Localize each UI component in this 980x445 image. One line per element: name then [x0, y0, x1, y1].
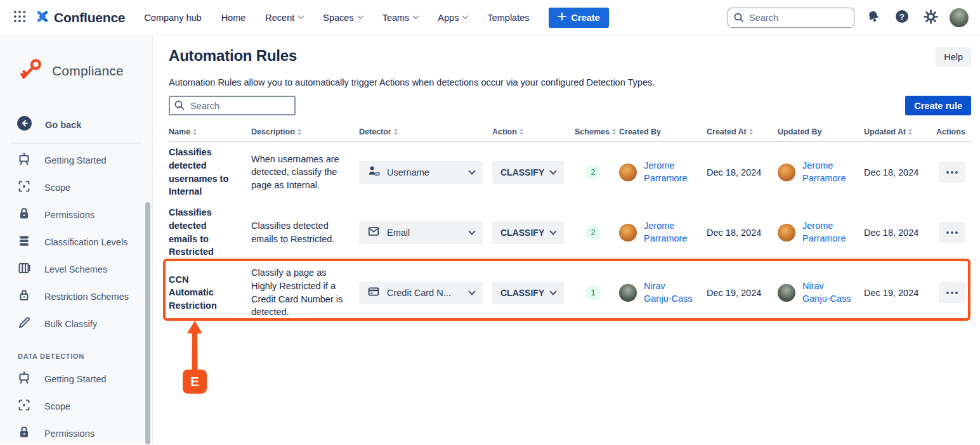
avatar: [778, 284, 795, 302]
sidebar-item-scope[interactable]: Scope: [0, 174, 152, 201]
sidebar-item-classification-levels[interactable]: Classification Levels: [0, 228, 152, 255]
confluence-logo[interactable]: Confluence: [36, 10, 125, 25]
global-search-input[interactable]: [728, 8, 854, 28]
column-header-detector[interactable]: Detector: [359, 127, 492, 136]
sidebar-item-level-schemes[interactable]: Level Schemes: [0, 255, 152, 283]
column-header-description[interactable]: Description: [251, 127, 359, 136]
sidebar-item-bulk-classify[interactable]: Bulk Classify: [0, 310, 152, 337]
svg-text:?: ?: [899, 12, 905, 22]
lock-icon: [16, 206, 32, 224]
nav-item-spaces[interactable]: Spaces: [323, 13, 362, 23]
user-link[interactable]: Jerome Parramore: [802, 160, 852, 184]
action-dropdown[interactable]: CLASSIFY: [492, 281, 564, 304]
column-header-action[interactable]: Action: [492, 127, 575, 136]
user-link[interactable]: Jerome Parramore: [802, 220, 852, 245]
global-search: [728, 8, 854, 28]
user-link[interactable]: Nirav Ganju-Cass: [644, 280, 693, 305]
action-dropdown[interactable]: CLASSIFY: [492, 161, 564, 184]
sidebar-divider: [10, 143, 142, 144]
compliance-app-logo: Compliance: [18, 56, 152, 86]
user-link[interactable]: Jerome Parramore: [644, 220, 693, 245]
rules-search-input[interactable]: [169, 96, 296, 115]
row-actions-button[interactable]: [939, 162, 965, 183]
back-arrow-icon: [16, 115, 32, 134]
nav-item-templates[interactable]: Templates: [487, 13, 529, 23]
chevron-down-icon: [298, 13, 304, 19]
help-button[interactable]: ?: [892, 8, 911, 27]
notifications-button[interactable]: [864, 8, 883, 27]
compliance-sidebar: Compliance Go back Getting Started: [0, 35, 153, 444]
easel-icon: [16, 152, 32, 169]
row-actions-button[interactable]: [939, 222, 965, 243]
nav-item-home[interactable]: Home: [221, 13, 246, 23]
main-content: Automation Rules Help Automation Rules a…: [153, 35, 980, 444]
create-button[interactable]: Create: [549, 8, 609, 28]
section-heading-data-detection: DATA DETECTION: [18, 352, 152, 360]
created-at: Dec 19, 2024: [707, 288, 778, 298]
avatar: [778, 164, 795, 181]
page-description: Automation Rules allow you to automatica…: [169, 77, 971, 87]
created-at: Dec 18, 2024: [707, 228, 778, 238]
column-header-updated-at[interactable]: Updated At: [864, 127, 936, 136]
column-header-updated-by: Updated By: [778, 127, 864, 136]
credit-card-icon: [367, 285, 380, 300]
plus-icon: [558, 12, 566, 23]
nav-item-apps[interactable]: Apps: [438, 13, 467, 23]
key-icon: [18, 56, 44, 86]
sidebar-scrollbar[interactable]: [145, 202, 150, 444]
rule-name: Classifies detected usernames to Interna…: [169, 146, 251, 198]
scope-icon: [16, 397, 32, 415]
chevron-down-icon: [549, 288, 556, 295]
sort-icon: [297, 129, 301, 135]
sidebar-item-dd-getting-started[interactable]: Getting Started: [0, 365, 152, 392]
navbar-menu: Company hub Home Recent Spaces Teams App…: [144, 13, 529, 23]
page-title: Automation Rules: [169, 47, 297, 65]
chevron-down-icon: [468, 167, 475, 174]
chevron-down-icon: [357, 13, 363, 19]
schemes-count-badge: 2: [585, 225, 601, 240]
column-header-actions: Actions: [936, 127, 971, 136]
chevron-down-icon: [468, 288, 475, 295]
sidebar-item-dd-permissions[interactable]: Permissions: [0, 420, 152, 445]
nav-item-company-hub[interactable]: Company hub: [144, 13, 201, 23]
rule-name: Classifies detected emails to Restricted: [169, 206, 251, 258]
detector-dropdown[interactable]: @ Username: [359, 161, 483, 184]
avatar: [619, 284, 637, 302]
help-page-button[interactable]: Help: [936, 47, 971, 67]
easel-icon: [16, 370, 32, 388]
sidebar-item-dd-scope[interactable]: Scope: [0, 392, 152, 420]
row-actions-button[interactable]: [939, 282, 965, 303]
detector-dropdown[interactable]: Email: [359, 221, 483, 244]
create-rule-button[interactable]: Create rule: [905, 96, 971, 115]
created-at: Dec 18, 2024: [707, 167, 778, 177]
updated-at: Dec 19, 2024: [864, 288, 936, 298]
user-link[interactable]: Nirav Ganju-Cass: [802, 280, 852, 305]
username-icon: @: [367, 165, 380, 179]
sidebar-item-permissions[interactable]: Permissions: [0, 201, 152, 228]
column-header-created-at[interactable]: Created At: [707, 127, 778, 136]
table-row-highlighted: CCN Automatic Restriction Classify a pag…: [169, 262, 971, 323]
user-link[interactable]: Jerome Parramore: [644, 160, 693, 184]
nav-item-teams[interactable]: Teams: [382, 13, 419, 23]
sort-icon: [193, 129, 197, 135]
product-name: Confluence: [54, 10, 125, 25]
user-avatar[interactable]: [950, 8, 969, 27]
settings-button[interactable]: [921, 8, 940, 27]
updated-at: Dec 18, 2024: [864, 228, 936, 238]
schemes-count-badge: 2: [585, 165, 601, 180]
nav-item-recent[interactable]: Recent: [265, 13, 303, 23]
go-back-button[interactable]: Go back: [16, 115, 152, 134]
layers-icon: [16, 233, 32, 251]
column-header-schemes[interactable]: Schemes: [575, 127, 619, 136]
sort-icon: [394, 129, 398, 135]
column-header-name[interactable]: Name: [169, 127, 251, 136]
sidebar-item-restriction-schemes[interactable]: Restriction Schemes: [0, 283, 152, 310]
detector-dropdown[interactable]: Credit Card N...: [359, 281, 483, 304]
action-dropdown[interactable]: CLASSIFY: [492, 221, 564, 244]
apps-grid-button[interactable]: [9, 7, 30, 29]
bell-icon: [866, 9, 881, 26]
scope-icon: [16, 179, 32, 197]
sidebar-item-getting-started[interactable]: Getting Started: [0, 146, 152, 174]
pencil-icon: [16, 315, 32, 333]
avatar: [619, 224, 637, 242]
